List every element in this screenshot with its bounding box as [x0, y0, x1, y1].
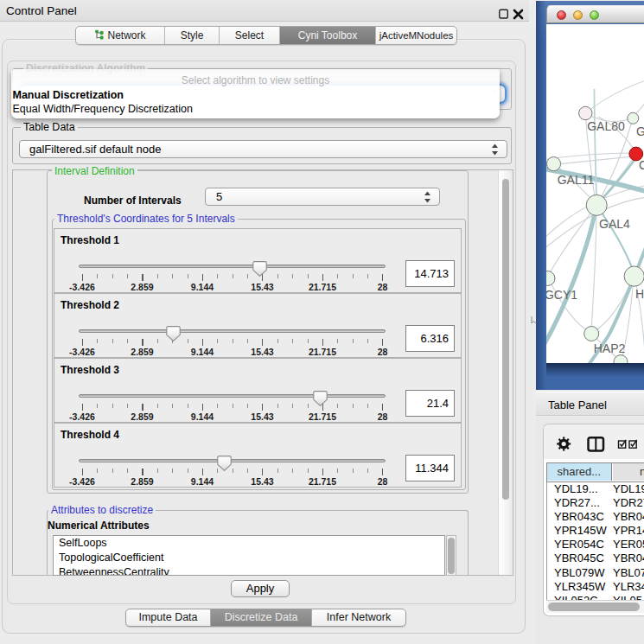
svg-text:GA: GA [636, 124, 644, 138]
svg-text:HI: HI [635, 287, 644, 301]
svg-text:GAL4: GAL4 [599, 217, 630, 231]
svg-text:GAL80: GAL80 [587, 119, 625, 133]
svg-text:HAP2: HAP2 [594, 341, 626, 355]
svg-text:GCY1: GCY1 [546, 288, 577, 302]
svg-text:GAL11: GAL11 [558, 173, 595, 187]
svg-text:CY: CY [639, 158, 644, 172]
